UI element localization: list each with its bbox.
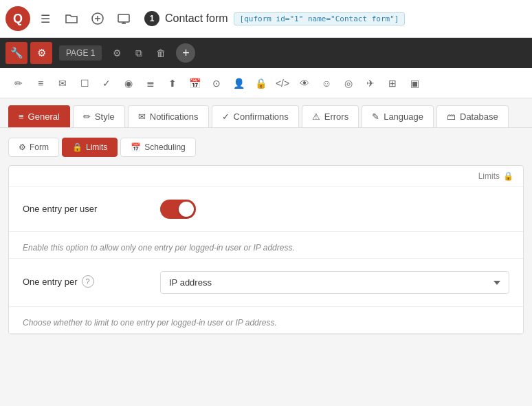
general-tab-label: General — [28, 111, 60, 122]
grid-icon-btn[interactable]: ⊞ — [382, 73, 403, 94]
one-entry-per-label: One entry per — [23, 277, 78, 287]
scheduling-subtab-icon: 📅 — [131, 142, 141, 152]
tab-style[interactable]: ✏ Style — [73, 105, 125, 127]
one-entry-per-user-toggle[interactable] — [160, 200, 196, 219]
monitor-button[interactable] — [113, 8, 135, 30]
subtab-scheduling[interactable]: 📅 Scheduling — [120, 138, 195, 157]
tab-language[interactable]: ✎ Language — [362, 105, 434, 127]
general-tab-icon: ≡ — [19, 111, 24, 122]
one-entry-per-user-content — [160, 200, 509, 219]
language-tab-icon: ✎ — [372, 111, 379, 122]
code-icon-btn[interactable]: </> — [272, 73, 293, 94]
label-with-help: One entry per ? — [23, 275, 160, 288]
help-tooltip-icon[interactable]: ? — [82, 275, 94, 288]
page-copy-button[interactable]: ⧉ — [129, 43, 148, 63]
database-tab-label: Database — [460, 111, 498, 122]
list-icon-btn[interactable]: ≣ — [140, 73, 161, 94]
second-bar: 🔧 ⚙ PAGE 1 ⚙ ⧉ 🗑 + — [0, 38, 532, 68]
card-header-label: Limits — [478, 171, 500, 181]
content-area: ⚙ Form 🔒 Limits 📅 Scheduling Limits 🔒 On… — [0, 128, 532, 406]
tab-database[interactable]: 🗃 Database — [436, 105, 509, 127]
add-button[interactable] — [87, 8, 109, 30]
user-icon-btn[interactable]: 👤 — [228, 73, 249, 94]
form-title-section: 1 Contact form [quform id="1" name="Cont… — [144, 11, 405, 26]
subtab-limits[interactable]: 🔒 Limits — [62, 138, 118, 157]
subtab-form[interactable]: ⚙ Form — [8, 138, 59, 157]
target-icon-btn[interactable]: ◎ — [338, 73, 359, 94]
checkbox-icon-btn[interactable]: ☐ — [74, 73, 95, 94]
one-entry-per-user-row: One entry per user — [9, 187, 523, 232]
form-number-badge: 1 — [144, 11, 159, 26]
page-settings-button[interactable]: ⚙ — [107, 43, 126, 63]
logo[interactable]: Q — [5, 6, 30, 31]
icon-toolbar: ✏ ≡ ✉ ☐ ✓ ◉ ≣ ⬆ 📅 ⊙ 👤 🔒 </> 👁 ☺ ◎ ✈ ⊞ ▣ — [0, 68, 532, 98]
tab-errors[interactable]: ⚠ Errors — [302, 105, 359, 127]
notifications-tab-label: Notifications — [150, 111, 199, 122]
wrench-button[interactable]: 🔧 — [5, 42, 27, 64]
gear-button[interactable]: ⚙ — [30, 42, 52, 64]
email-icon-btn[interactable]: ✉ — [52, 73, 73, 94]
tab-notifications[interactable]: ✉ Notifications — [128, 105, 209, 127]
send-icon-btn[interactable]: ✈ — [360, 73, 381, 94]
language-tab-label: Language — [384, 111, 423, 122]
sub-tab-bar: ⚙ Form 🔒 Limits 📅 Scheduling — [8, 138, 524, 157]
notifications-tab-icon: ✉ — [138, 111, 146, 122]
errors-tab-label: Errors — [324, 111, 348, 122]
lines-icon-btn[interactable]: ≡ — [30, 73, 51, 94]
errors-tab-icon: ⚠ — [312, 111, 320, 122]
page-label: PAGE 1 — [59, 45, 102, 61]
one-entry-per-user-label: One entry per user — [23, 200, 160, 214]
limits-subtab-label: Limits — [86, 142, 107, 152]
app-container: Q ☰ 1 Contact form [quform id="1" name="… — [0, 0, 532, 406]
database-tab-icon: 🗃 — [447, 111, 456, 122]
scheduling-subtab-label: Scheduling — [144, 142, 185, 152]
add-page-button[interactable]: + — [176, 43, 195, 63]
lock-icon-btn[interactable]: 🔒 — [250, 73, 271, 94]
style-tab-icon: ✏ — [83, 111, 91, 122]
form-subtab-label: Form — [30, 142, 49, 152]
toggle-container — [160, 200, 509, 219]
panel-icon-btn[interactable]: ▣ — [404, 73, 425, 94]
menu-button[interactable]: ☰ — [34, 8, 56, 30]
top-bar: Q ☰ 1 Contact form [quform id="1" name="… — [0, 0, 532, 38]
logo-text: Q — [13, 12, 23, 26]
tab-bar: ≡ General ✏ Style ✉ Notifications ✓ Conf… — [0, 98, 532, 128]
one-entry-per-dropdown[interactable]: IP address Logged-in user — [160, 271, 509, 294]
style-tab-label: Style — [95, 111, 115, 122]
limits-card: Limits 🔒 One entry per user Enable this … — [8, 165, 524, 334]
upload-icon-btn[interactable]: ⬆ — [162, 73, 183, 94]
circle-icon-btn[interactable]: ⊙ — [206, 73, 227, 94]
check-icon-btn[interactable]: ✓ — [96, 73, 117, 94]
confirmations-tab-label: Confirmations — [234, 111, 289, 122]
one-entry-per-help: Choose whether to limit to one entry per… — [9, 312, 523, 334]
folder-button[interactable] — [60, 8, 82, 30]
page-delete-button[interactable]: 🗑 — [151, 43, 170, 63]
one-entry-per-user-help: Enable this option to allow only one ent… — [9, 237, 523, 259]
form-subtab-icon: ⚙ — [19, 142, 26, 152]
emoji-icon-btn[interactable]: ☺ — [316, 73, 337, 94]
confirmations-tab-icon: ✓ — [222, 111, 230, 122]
form-title: Contact form — [165, 12, 228, 25]
tab-general[interactable]: ≡ General — [8, 105, 70, 127]
pencil-icon-btn[interactable]: ✏ — [8, 73, 29, 94]
card-header: Limits 🔒 — [9, 166, 523, 187]
tab-confirmations[interactable]: ✓ Confirmations — [212, 105, 299, 127]
form-code-badge: [quform id="1" name="Contact form"] — [234, 12, 406, 25]
one-entry-per-content: IP address Logged-in user — [160, 271, 509, 294]
one-entry-per-row: One entry per ? IP address Logged-in use… — [9, 259, 523, 307]
card-lock-icon: 🔒 — [503, 171, 513, 181]
svg-rect-3 — [118, 14, 129, 22]
toggle-knob — [179, 202, 194, 217]
calendar-icon-btn[interactable]: 📅 — [184, 73, 205, 94]
radio-icon-btn[interactable]: ◉ — [118, 73, 139, 94]
one-entry-per-label-container: One entry per ? — [23, 271, 160, 288]
eye-icon-btn[interactable]: 👁 — [294, 73, 315, 94]
limits-subtab-icon: 🔒 — [72, 142, 82, 152]
